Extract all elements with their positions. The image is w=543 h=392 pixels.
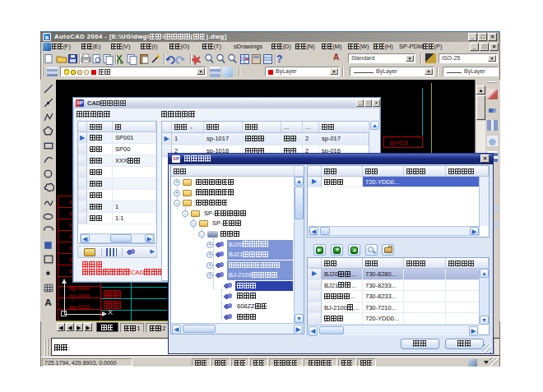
svg-text:?: ? <box>276 53 282 65</box>
svg-text:A: A <box>44 297 52 307</box>
